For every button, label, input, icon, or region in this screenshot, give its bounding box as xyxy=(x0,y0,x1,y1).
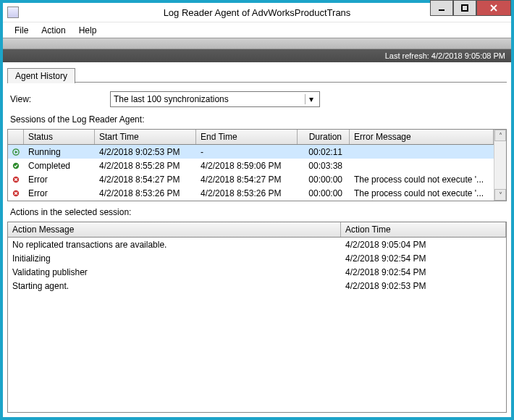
col-status[interactable]: Status xyxy=(24,130,95,144)
refresh-bar: Last refresh: 4/2/2018 9:05:08 PM xyxy=(3,49,511,62)
cell-duration: 00:00:00 xyxy=(298,175,350,185)
maximize-button[interactable] xyxy=(453,0,476,16)
col-error[interactable]: Error Message xyxy=(350,130,494,144)
tab-underline xyxy=(75,82,507,83)
session-row[interactable]: Error4/2/2018 8:54:27 PM4/2/2018 8:54:27… xyxy=(8,172,494,186)
sessions-header: Status Start Time End Time Duration Erro… xyxy=(8,130,494,145)
sessions-scrollbar[interactable]: ˄ ˅ xyxy=(494,130,506,201)
cell-start: 4/2/2018 8:53:26 PM xyxy=(95,188,196,198)
scroll-up-icon[interactable]: ˄ xyxy=(494,130,506,141)
status-icon xyxy=(8,189,24,198)
col-action-time[interactable]: Action Time xyxy=(341,222,506,237)
cell-action-time: 4/2/2018 9:02:54 PM xyxy=(341,253,506,264)
cell-action-time: 4/2/2018 9:05:04 PM xyxy=(341,240,506,250)
col-action-message[interactable]: Action Message xyxy=(8,222,341,237)
session-row[interactable]: Completed4/2/2018 8:55:28 PM4/2/2018 8:5… xyxy=(8,159,494,172)
svg-rect-1 xyxy=(462,5,468,11)
view-dropdown-value: The last 100 synchronizations xyxy=(114,94,229,104)
cell-start: 4/2/2018 8:54:27 PM xyxy=(95,175,196,185)
actions-grid: Action Message Action Time No replicated… xyxy=(7,222,507,413)
cell-end: 4/2/2018 8:53:26 PM xyxy=(196,188,298,198)
content-area: Agent History View: The last 100 synchro… xyxy=(3,62,511,417)
cell-action-time: 4/2/2018 9:02:53 PM xyxy=(341,281,506,291)
session-row[interactable]: Error4/2/2018 8:53:26 PM4/2/2018 8:53:26… xyxy=(8,186,494,200)
cell-status: Completed xyxy=(24,161,95,171)
sessions-grid: Status Start Time End Time Duration Erro… xyxy=(7,129,507,201)
cell-action-time: 4/2/2018 9:02:54 PM xyxy=(341,267,506,277)
titlebar[interactable]: Log Reader Agent of AdvWorksProductTrans xyxy=(3,3,511,22)
cell-end: 4/2/2018 8:54:27 PM xyxy=(196,175,298,185)
sessions-label: Sessions of the Log Reader Agent: xyxy=(7,114,507,126)
chevron-down-icon: ▾ xyxy=(305,94,316,104)
action-row[interactable]: Starting agent.4/2/2018 9:02:53 PM xyxy=(8,279,506,293)
cell-start: 4/2/2018 8:55:28 PM xyxy=(95,161,196,171)
col-duration[interactable]: Duration xyxy=(298,130,350,144)
col-end[interactable]: End Time xyxy=(196,130,298,144)
cell-end: - xyxy=(196,147,298,157)
cell-status: Error xyxy=(24,175,95,185)
cell-start: 4/2/2018 9:02:53 PM xyxy=(95,147,196,157)
actions-header: Action Message Action Time xyxy=(8,222,506,238)
cell-duration: 00:00:00 xyxy=(298,188,350,198)
menu-action[interactable]: Action xyxy=(35,24,71,37)
svg-marker-5 xyxy=(15,150,18,153)
menu-file[interactable]: File xyxy=(9,24,34,37)
cell-status: Running xyxy=(24,147,95,157)
minimize-button[interactable] xyxy=(430,0,453,16)
window-frame: Log Reader Agent of AdvWorksProductTrans… xyxy=(0,0,514,420)
actions-body[interactable]: No replicated transactions are available… xyxy=(8,238,506,412)
cell-action-message: Validating publisher xyxy=(8,267,341,277)
cell-action-message: Initializing xyxy=(8,253,341,264)
actions-label: Actions in the selected session: xyxy=(7,204,507,219)
toolbar-strip xyxy=(3,38,511,49)
cell-duration: 00:02:11 xyxy=(298,147,350,157)
action-row[interactable]: Validating publisher4/2/2018 9:02:54 PM xyxy=(8,265,506,279)
col-icon[interactable] xyxy=(8,130,24,144)
view-label: View: xyxy=(10,94,104,104)
scroll-down-icon[interactable]: ˅ xyxy=(494,189,506,201)
cell-status: Error xyxy=(24,188,95,198)
cell-end: 4/2/2018 8:59:06 PM xyxy=(196,161,298,171)
tab-agent-history[interactable]: Agent History xyxy=(7,68,75,83)
close-button[interactable] xyxy=(476,0,511,16)
col-start[interactable]: Start Time xyxy=(95,130,196,144)
status-icon xyxy=(8,161,24,170)
menu-help[interactable]: Help xyxy=(73,24,103,37)
action-row[interactable]: No replicated transactions are available… xyxy=(8,238,506,251)
session-row[interactable]: Running4/2/2018 9:02:53 PM-00:02:11 xyxy=(8,145,494,159)
app-icon xyxy=(7,7,19,18)
cell-duration: 00:03:38 xyxy=(298,161,350,171)
menubar: File Action Help xyxy=(3,22,511,38)
cell-action-message: Starting agent. xyxy=(8,281,341,291)
action-row[interactable]: Initializing4/2/2018 9:02:54 PM xyxy=(8,251,506,265)
sessions-body[interactable]: Running4/2/2018 9:02:53 PM-00:02:11Compl… xyxy=(8,145,494,200)
tab-strip: Agent History xyxy=(7,65,507,83)
status-icon xyxy=(8,148,24,156)
window-controls xyxy=(430,3,511,22)
cell-error: The process could not execute '... xyxy=(350,175,494,185)
cell-error: The process could not execute '... xyxy=(350,188,494,198)
view-dropdown[interactable]: The last 100 synchronizations ▾ xyxy=(110,91,320,107)
view-row: View: The last 100 synchronizations ▾ xyxy=(7,85,507,112)
status-icon xyxy=(8,175,24,184)
cell-action-message: No replicated transactions are available… xyxy=(8,240,341,250)
